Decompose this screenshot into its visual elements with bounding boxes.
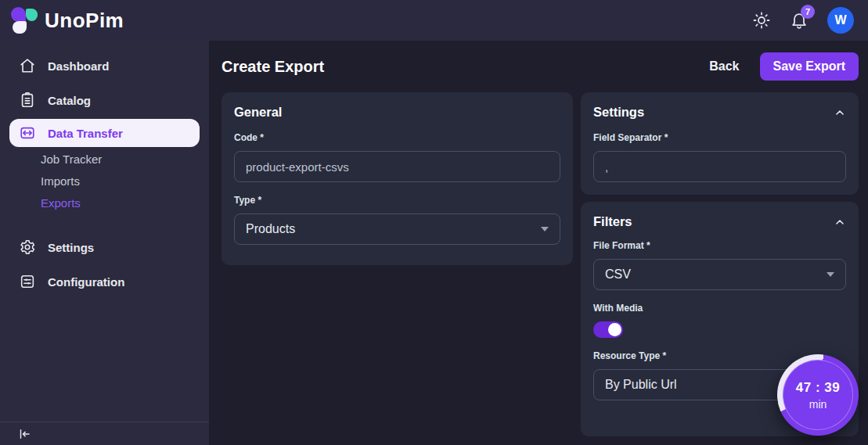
chevron-down-icon xyxy=(541,227,549,231)
sidebar-item-exports[interactable]: Exports xyxy=(0,192,209,214)
sidebar-item-dashboard[interactable]: Dashboard xyxy=(0,48,209,83)
timer-time: 47 : 39 xyxy=(796,380,840,396)
sidebar-item-catalog[interactable]: Catalog xyxy=(0,83,209,117)
sidebar-item-label: Settings xyxy=(48,241,94,254)
collapse-left-icon xyxy=(17,427,31,441)
app-name: UnoPim xyxy=(45,9,124,33)
filters-card-title: Filters xyxy=(593,214,632,229)
sun-icon xyxy=(752,11,771,30)
sidebar-item-settings[interactable]: Settings xyxy=(0,230,209,264)
sidebar: Dashboard Catalog Data Transfer J xyxy=(0,41,209,445)
collapse-settings-button[interactable] xyxy=(834,106,846,119)
chevron-down-icon xyxy=(827,272,834,277)
session-timer-face: 47 : 39 min xyxy=(783,360,853,430)
page-header: Create Export Back Save Export xyxy=(222,41,859,92)
sidebar-item-configuration[interactable]: Configuration xyxy=(0,264,209,299)
file-format-select[interactable]: CSV xyxy=(593,259,846,290)
sidebar-item-label: Dashboard xyxy=(48,59,109,73)
save-export-button[interactable]: Save Export xyxy=(760,52,859,81)
back-button[interactable]: Back xyxy=(709,59,739,74)
collapse-sidebar-button[interactable] xyxy=(17,427,31,441)
field-separator-label: Field Separator * xyxy=(593,132,846,143)
toggle-knob xyxy=(608,323,621,336)
settings-card: Settings Field Separator * xyxy=(581,92,859,195)
sidebar-item-imports[interactable]: Imports xyxy=(0,170,209,192)
with-media-toggle[interactable] xyxy=(593,321,623,338)
app-logo[interactable]: UnoPim xyxy=(11,7,124,34)
with-media-label: With Media xyxy=(593,303,846,314)
chevron-up-icon xyxy=(834,106,846,119)
field-separator-input[interactable] xyxy=(593,151,846,182)
theme-toggle-button[interactable] xyxy=(752,11,771,30)
file-format-label: File Format * xyxy=(593,240,846,251)
resource-type-select-value: By Public Url xyxy=(605,378,677,392)
sidebar-footer xyxy=(0,422,209,445)
type-select[interactable]: Products xyxy=(234,214,560,245)
session-timer[interactable]: 47 : 39 min xyxy=(777,354,859,436)
topbar: UnoPim 7 W xyxy=(0,0,868,41)
sidebar-item-label: Catalog xyxy=(48,94,91,107)
sidebar-item-label: Data Transfer xyxy=(48,127,123,140)
home-icon xyxy=(19,57,36,74)
sliders-icon xyxy=(19,273,36,290)
data-transfer-icon xyxy=(19,124,36,142)
sidebar-item-data-transfer[interactable]: Data Transfer xyxy=(9,119,200,147)
gear-icon xyxy=(19,239,36,256)
user-avatar[interactable]: W xyxy=(827,7,854,34)
settings-card-title: Settings xyxy=(593,105,644,120)
page-title: Create Export xyxy=(222,58,324,76)
notification-count-badge: 7 xyxy=(801,5,815,19)
sidebar-item-label: Configuration xyxy=(48,275,124,289)
general-card-title: General xyxy=(234,105,282,120)
chevron-up-icon xyxy=(834,216,846,228)
type-select-value: Products xyxy=(246,222,295,236)
code-label: Code * xyxy=(234,132,560,143)
code-input[interactable] xyxy=(234,151,560,182)
sidebar-item-job-tracker[interactable]: Job Tracker xyxy=(0,149,209,170)
unopim-logo-icon xyxy=(11,7,38,34)
timer-unit: min xyxy=(809,398,827,411)
notifications-button[interactable]: 7 xyxy=(790,11,809,30)
type-label: Type * xyxy=(234,195,560,206)
collapse-filters-button[interactable] xyxy=(834,216,846,228)
clipboard-icon xyxy=(19,92,36,109)
main-content: Create Export Back Save Export General C… xyxy=(209,41,868,445)
general-card: General Code * Type * Products xyxy=(222,92,573,265)
file-format-select-value: CSV xyxy=(605,267,631,282)
